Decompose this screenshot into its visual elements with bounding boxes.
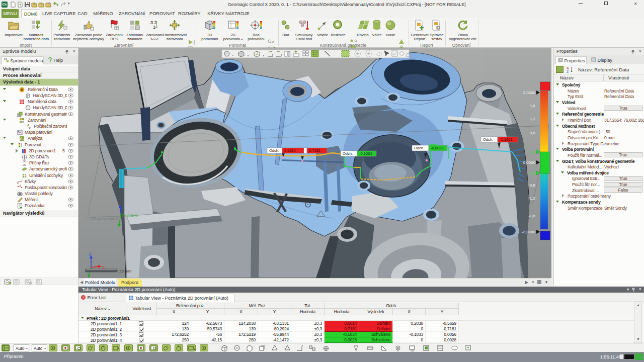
svg-text:-1,2: -1,2 xyxy=(528,196,535,201)
svg-text:2,0000: 2,0000 xyxy=(523,90,536,95)
svg-text:a: a xyxy=(272,40,275,44)
svg-text:-0,0028: -0,0028 xyxy=(431,146,443,150)
svg-text:Odch.: Odch. xyxy=(414,146,424,150)
svg-text:0,7181: 0,7181 xyxy=(309,148,320,153)
svg-text:A: A xyxy=(567,66,569,70)
svg-text:0,0000: 0,0000 xyxy=(523,160,536,165)
svg-text:-0,1034: -0,1034 xyxy=(359,151,372,156)
svg-text:-0,3: -0,3 xyxy=(528,171,535,175)
svg-text:-1,6: -1,6 xyxy=(528,214,535,218)
svg-text:0,3: 0,3 xyxy=(530,150,536,154)
svg-text:Z: Z xyxy=(567,70,569,73)
svg-text:-0,8: -0,8 xyxy=(528,183,535,188)
svg-text:-1,1601: -1,1601 xyxy=(500,137,512,142)
svg-text:25 mm: 25 mm xyxy=(119,269,132,274)
svg-text:Počátek: Počátek xyxy=(122,213,138,218)
svg-text:Z: Z xyxy=(89,252,91,256)
svg-text:2D porovnání1: 2D porovnání1 xyxy=(91,216,119,221)
svg-text:0,8: 0,8 xyxy=(530,131,536,135)
svg-text:Odch.: Odch. xyxy=(483,137,493,142)
svg-text:0,6014: 0,6014 xyxy=(284,148,296,153)
svg-text:1: 1 xyxy=(153,25,155,30)
svg-text:X: X xyxy=(102,265,105,269)
svg-text:-2,0000: -2,0000 xyxy=(522,230,536,234)
svg-text:Odch.: Odch. xyxy=(343,151,353,156)
svg-text:1,6: 1,6 xyxy=(530,104,536,108)
svg-text:Odch.: Odch. xyxy=(269,148,279,153)
svg-text:1,2: 1,2 xyxy=(530,117,536,121)
